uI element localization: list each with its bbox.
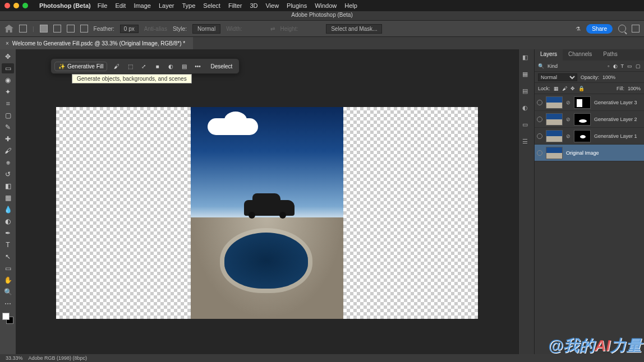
menu-view[interactable]: View <box>265 2 279 9</box>
wand-tool[interactable]: ✦ <box>2 87 14 97</box>
layer-thumb[interactable] <box>546 96 563 109</box>
search-icon[interactable] <box>618 25 626 33</box>
layer-thumb[interactable] <box>546 113 563 126</box>
mask-thumb[interactable] <box>574 96 591 109</box>
transform-icon[interactable]: ⤢ <box>140 62 148 70</box>
visibility-icon[interactable] <box>537 150 542 156</box>
style-select[interactable]: Normal <box>192 24 220 34</box>
layer-row[interactable]: ⊘ Generative Layer 3 <box>535 94 644 111</box>
color-panel-icon[interactable]: ◧ <box>522 54 531 63</box>
eyedropper-tool[interactable]: ✎ <box>2 122 14 132</box>
lock-all-icon[interactable]: 🔒 <box>578 86 585 91</box>
type-tool[interactable]: T <box>2 240 14 250</box>
adjustment-icon[interactable]: ◐ <box>167 62 174 70</box>
lock-pixels-icon[interactable]: 🖌 <box>562 86 567 91</box>
menu-type[interactable]: Type <box>182 2 195 9</box>
selection-add-icon[interactable] <box>53 25 61 33</box>
gradient-tool[interactable]: ▦ <box>2 193 14 203</box>
blur-tool[interactable]: 💧 <box>2 205 14 215</box>
layer-row[interactable]: ⊘ Generative Layer 1 <box>535 128 644 145</box>
marquee-tool[interactable]: ▭ <box>2 63 14 73</box>
modify-selection-icon[interactable]: ⬚ <box>126 62 134 70</box>
doc-info[interactable]: Adobe RGB (1998) (8bpc) <box>29 355 88 361</box>
more-icon[interactable]: ••• <box>194 62 201 70</box>
deselect-button[interactable]: Deselect <box>207 63 236 69</box>
selection-new-icon[interactable] <box>40 25 48 33</box>
selection-intersect-icon[interactable] <box>80 25 88 33</box>
layer-name[interactable]: Generative Layer 2 <box>594 117 637 122</box>
lasso-tool[interactable]: ◉ <box>2 75 14 85</box>
brush-tool[interactable]: 🖌 <box>2 146 14 156</box>
lock-transparency-icon[interactable]: ▦ <box>554 86 559 91</box>
generative-fill-button[interactable]: ✨ Generative Fill <box>54 62 107 71</box>
heal-tool[interactable]: ✚ <box>2 134 14 144</box>
pen-tool[interactable]: ✒ <box>2 228 14 238</box>
menu-file[interactable]: File <box>98 2 108 9</box>
shape-tool[interactable]: ▭ <box>2 263 14 273</box>
adjustments-panel-icon[interactable]: ◐ <box>522 104 531 113</box>
window-controls[interactable] <box>4 3 28 8</box>
brush-icon[interactable]: 🖌 <box>113 62 121 70</box>
dodge-tool[interactable]: ◐ <box>2 216 14 226</box>
filter-pixel-icon[interactable]: ▫ <box>608 63 609 69</box>
layer-row[interactable]: ⊘ Generative Layer 2 <box>535 111 644 128</box>
layer-row[interactable]: Original Image <box>535 145 644 161</box>
filter-smart-icon[interactable]: ▢ <box>636 63 641 69</box>
zoom-tool[interactable]: 🔍 <box>2 287 14 297</box>
home-icon[interactable] <box>4 25 13 33</box>
hand-tool[interactable]: ✋ <box>2 275 14 285</box>
filter-shape-icon[interactable]: ▭ <box>627 63 632 69</box>
history-brush-tool[interactable]: ↺ <box>2 169 14 179</box>
canvas[interactable]: ✨ Generative Fill 🖌 ⬚ ⤢ ■ ◐ ▤ ••• Desele… <box>16 49 518 354</box>
layer-thumb[interactable] <box>546 147 563 159</box>
tab-layers[interactable]: Layers <box>535 49 563 61</box>
properties-panel-icon[interactable]: ☰ <box>522 138 531 147</box>
feather-input[interactable]: 0 px <box>120 25 139 33</box>
kind-filter[interactable]: Kind <box>548 63 558 69</box>
stamp-tool[interactable]: ⎈ <box>2 157 14 168</box>
tab-paths[interactable]: Paths <box>597 49 623 61</box>
more-tools[interactable]: ⋯ <box>2 299 14 309</box>
move-tool[interactable]: ✥ <box>2 52 14 62</box>
close-tab-icon[interactable]: × <box>6 40 9 47</box>
layer-thumb[interactable] <box>546 130 563 142</box>
select-and-mask-button[interactable]: Select and Mask... <box>326 24 382 34</box>
mask-icon[interactable]: ▤ <box>180 62 188 70</box>
tab-channels[interactable]: Channels <box>563 49 597 61</box>
mask-thumb[interactable] <box>574 113 591 126</box>
layer-name[interactable]: Original Image <box>566 150 599 156</box>
filter-type-icon[interactable]: T <box>621 63 624 69</box>
color-swatch[interactable] <box>2 313 13 324</box>
lock-position-icon[interactable]: ✥ <box>571 86 575 91</box>
path-tool[interactable]: ↖ <box>2 252 14 262</box>
fill-value[interactable]: 100% <box>628 86 641 91</box>
menu-plugins[interactable]: Plugins <box>287 2 307 9</box>
filter-adjust-icon[interactable]: ◐ <box>613 63 618 69</box>
document-tab[interactable]: × Welcome to Generative Fill.psdc @ 33.3… <box>0 37 193 49</box>
crop-tool[interactable]: ⌗ <box>2 99 14 109</box>
fill-icon[interactable]: ■ <box>153 62 161 70</box>
link-icon[interactable]: ⊘ <box>566 133 571 139</box>
menu-select[interactable]: Select <box>203 2 220 9</box>
layer-name[interactable]: Generative Layer 3 <box>594 100 637 105</box>
frame-tool[interactable]: ▢ <box>2 110 14 120</box>
layer-name[interactable]: Generative Layer 1 <box>594 133 637 139</box>
menu-help[interactable]: Help <box>344 2 357 9</box>
workspace-icon[interactable] <box>632 25 640 33</box>
blend-mode-select[interactable]: Normal <box>538 73 577 81</box>
menu-edit[interactable]: Edit <box>115 2 126 9</box>
beaker-icon[interactable]: ⚗ <box>576 26 581 32</box>
mask-thumb[interactable] <box>574 130 591 142</box>
app-name[interactable]: Photoshop (Beta) <box>39 2 91 9</box>
menu-image[interactable]: Image <box>134 2 151 9</box>
tool-preset-icon[interactable] <box>19 25 27 33</box>
opacity-value[interactable]: 100% <box>602 75 615 80</box>
eraser-tool[interactable]: ◧ <box>2 181 14 191</box>
menu-window[interactable]: Window <box>315 2 337 9</box>
menu-layer[interactable]: Layer <box>159 2 174 9</box>
link-icon[interactable]: ⊘ <box>566 100 571 105</box>
visibility-icon[interactable] <box>537 117 542 122</box>
zoom-level[interactable]: 33.33% <box>6 355 23 361</box>
visibility-icon[interactable] <box>537 133 542 139</box>
swatches-panel-icon[interactable]: ▦ <box>522 71 531 80</box>
